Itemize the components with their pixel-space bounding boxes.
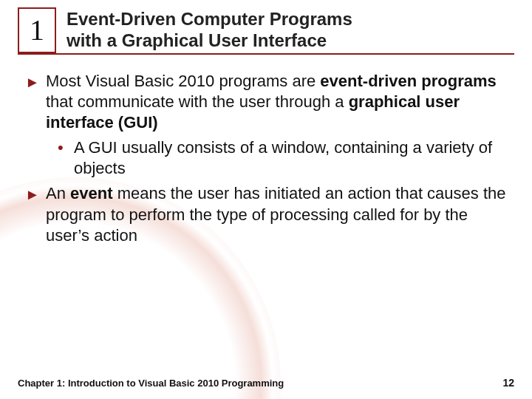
bullet-1-sub-1: • A GUI usually consists of a window, co… [25, 137, 507, 179]
title-line-1: Event-Driven Computer Programs [66, 9, 352, 29]
title-underline [18, 53, 514, 55]
slide-footer: Chapter 1: Introduction to Visual Basic … [0, 377, 532, 389]
arrow-icon: ► [25, 72, 40, 92]
bullet-2-text-a: An [46, 184, 70, 202]
bullet-1: ► Most Visual Basic 2010 programs are ev… [25, 71, 507, 133]
slide-header: 1 Event-Driven Computer Programs with a … [0, 0, 532, 55]
page-number: 12 [502, 377, 514, 389]
title-line-2: with a Graphical User Interface [66, 30, 327, 50]
arrow-icon: ► [25, 185, 40, 204]
slide: 1 Event-Driven Computer Programs with a … [0, 0, 532, 399]
bullet-2-text-b: means the user has initiated an action t… [46, 184, 506, 244]
bullet-2: ► An event means the user has initiated … [25, 183, 507, 245]
slide-title: Event-Driven Computer Programs with a Gr… [66, 7, 352, 53]
bullet-2-bold: event [70, 184, 112, 202]
bullet-1-sub-1-text: A GUI usually consists of a window, cont… [74, 138, 492, 177]
title-row: 1 Event-Driven Computer Programs with a … [18, 7, 514, 53]
bullet-dot-icon: • [58, 137, 64, 158]
bullet-1-bold-1: event-driven programs [320, 72, 496, 90]
slide-body: ► Most Visual Basic 2010 programs are ev… [0, 55, 532, 246]
chapter-number: 1 [30, 13, 44, 47]
bullet-1-text-a: Most Visual Basic 2010 programs are [46, 72, 320, 90]
bullet-1-text-b: that communicate with the user through a [46, 92, 349, 111]
chapter-number-box: 1 [18, 7, 56, 53]
footer-chapter-label: Chapter 1: Introduction to Visual Basic … [18, 378, 284, 389]
